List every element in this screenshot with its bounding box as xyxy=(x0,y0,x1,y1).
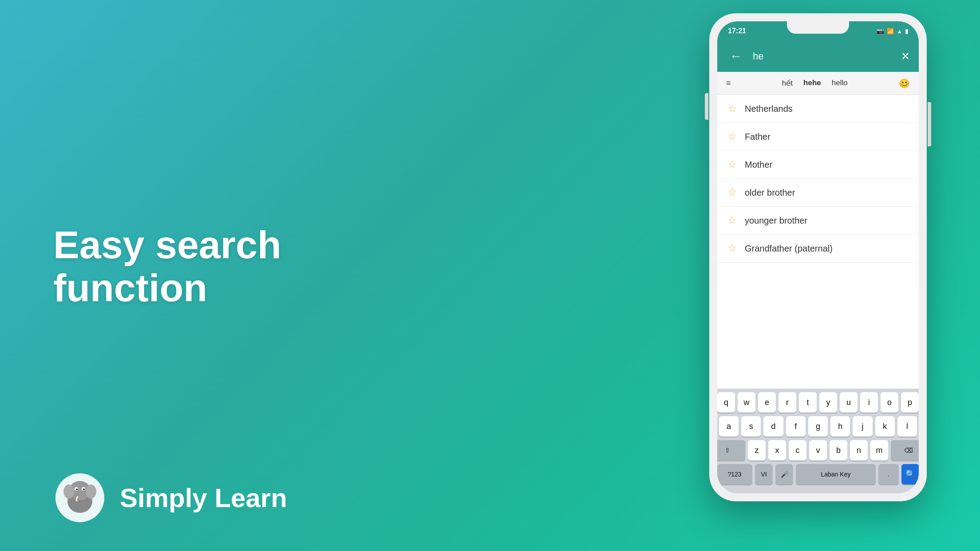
key-backspace[interactable]: ⌫ xyxy=(891,440,919,460)
key-shift[interactable]: ⇧ xyxy=(717,440,745,460)
key-n[interactable]: n xyxy=(850,440,868,460)
key-f[interactable]: f xyxy=(786,416,806,437)
key-c[interactable]: c xyxy=(789,440,806,460)
battery-icon: ▮ xyxy=(905,28,908,35)
key-x[interactable]: x xyxy=(768,440,786,460)
key-d[interactable]: d xyxy=(763,416,783,437)
search-bar: ← ✕ xyxy=(717,41,919,72)
phone-screen: 17:21 📷 📶 ▲ ▮ ← ✕ ≡ hết hehe xyxy=(717,21,919,493)
hint-bar: ≡ hết hehe hello 😊 xyxy=(717,72,919,95)
keyboard-row-4: ?123 VI 🎤 Laban Key . 🔍 xyxy=(719,464,917,484)
key-u[interactable]: u xyxy=(840,392,858,413)
key-j[interactable]: j xyxy=(853,416,872,437)
hint-menu-icon[interactable]: ≡ xyxy=(726,79,731,88)
key-l[interactable]: l xyxy=(897,416,917,437)
key-p[interactable]: p xyxy=(901,392,919,413)
search-input[interactable] xyxy=(753,51,894,62)
elephant-logo xyxy=(53,471,107,524)
svg-point-8 xyxy=(83,488,85,490)
svg-point-4 xyxy=(86,484,96,499)
video-icon: 📷 xyxy=(877,28,884,35)
result-item-3[interactable]: ☆older brother xyxy=(717,179,919,207)
key-search[interactable]: 🔍 xyxy=(901,464,919,484)
key-y[interactable]: y xyxy=(819,392,837,413)
key-k[interactable]: k xyxy=(875,416,895,437)
result-text-5: Grandfather (paternal) xyxy=(745,244,833,254)
result-text-4: younger brother xyxy=(745,216,807,226)
key-v[interactable]: v xyxy=(809,440,827,460)
result-text-2: Mother xyxy=(745,160,772,170)
svg-point-3 xyxy=(63,484,74,499)
star-icon-1[interactable]: ☆ xyxy=(728,131,737,142)
svg-point-7 xyxy=(76,488,78,490)
key-period[interactable]: . xyxy=(878,464,899,484)
keyboard-row-2: a s d f g h j k l xyxy=(719,416,917,437)
key-m[interactable]: m xyxy=(870,440,888,460)
phone-outer: 17:21 📷 📶 ▲ ▮ ← ✕ ≡ hết hehe xyxy=(709,13,927,501)
key-b[interactable]: b xyxy=(830,440,847,460)
phone-wrapper: 17:21 📷 📶 ▲ ▮ ← ✕ ≡ hết hehe xyxy=(709,13,927,537)
star-icon-2[interactable]: ☆ xyxy=(728,159,737,170)
key-o[interactable]: o xyxy=(881,392,898,413)
key-g[interactable]: g xyxy=(808,416,828,437)
result-text-1: Father xyxy=(745,132,771,142)
keyboard[interactable]: q w e r t y u i o p a s d f g h xyxy=(717,389,919,493)
results-list: ☆Netherlands☆Father☆Mother☆older brother… xyxy=(717,95,919,389)
result-text-0: Netherlands xyxy=(745,104,793,114)
phone-notch xyxy=(787,21,849,34)
hint-suggestions: hết hehe hello xyxy=(731,79,899,88)
key-w[interactable]: w xyxy=(738,392,755,413)
wifi-icon: ▲ xyxy=(897,28,902,35)
key-s[interactable]: s xyxy=(741,416,761,437)
result-item-2[interactable]: ☆Mother xyxy=(717,151,919,179)
key-z[interactable]: z xyxy=(748,440,766,460)
key-mic[interactable]: 🎤 xyxy=(775,464,793,484)
key-h[interactable]: h xyxy=(830,416,850,437)
status-icons: 📷 📶 ▲ ▮ xyxy=(877,28,908,35)
key-a[interactable]: a xyxy=(719,416,739,437)
result-item-1[interactable]: ☆Father xyxy=(717,123,919,151)
key-numbers[interactable]: ?123 xyxy=(717,464,752,484)
hint-word-3[interactable]: hello xyxy=(832,79,848,88)
keyboard-row-3: ⇧ z x c v b n m ⌫ xyxy=(719,440,917,460)
brand-section: Simply Learn xyxy=(53,471,287,524)
result-item-0[interactable]: ☆Netherlands xyxy=(717,95,919,123)
key-vi[interactable]: VI xyxy=(755,464,773,484)
key-r[interactable]: r xyxy=(778,392,796,413)
key-q[interactable]: q xyxy=(717,392,735,413)
brand-name: Simply Learn xyxy=(120,483,287,513)
hint-word-2[interactable]: hehe xyxy=(803,79,821,88)
signal-icon: 📶 xyxy=(887,28,894,35)
result-text-3: older brother xyxy=(745,188,795,198)
key-space[interactable]: Laban Key xyxy=(796,464,876,484)
left-panel: Easy search function xyxy=(36,0,391,551)
hint-word-1[interactable]: hết xyxy=(782,79,793,88)
keyboard-row-1: q w e r t y u i o p xyxy=(719,392,917,413)
result-item-4[interactable]: ☆younger brother xyxy=(717,207,919,235)
key-e[interactable]: e xyxy=(758,392,776,413)
headline: Easy search function xyxy=(53,224,391,310)
key-i[interactable]: i xyxy=(860,392,878,413)
emoji-button[interactable]: 😊 xyxy=(899,78,910,89)
status-time: 17:21 xyxy=(728,27,746,35)
star-icon-5[interactable]: ☆ xyxy=(728,243,737,254)
key-t[interactable]: t xyxy=(799,392,817,413)
result-item-5[interactable]: ☆Grandfather (paternal) xyxy=(717,235,919,263)
star-icon-0[interactable]: ☆ xyxy=(728,103,737,114)
back-button[interactable]: ← xyxy=(726,47,746,65)
star-icon-4[interactable]: ☆ xyxy=(728,215,737,226)
clear-button[interactable]: ✕ xyxy=(901,50,910,63)
star-icon-3[interactable]: ☆ xyxy=(728,187,737,198)
